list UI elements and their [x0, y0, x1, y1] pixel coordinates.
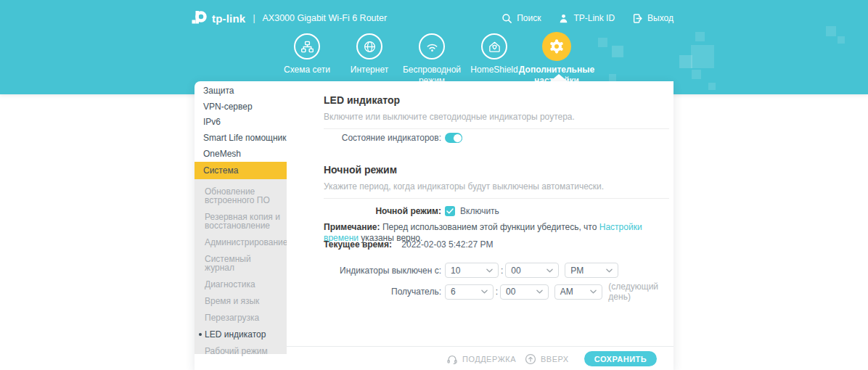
next-day-suffix: (следующий день) [608, 281, 673, 302]
night-mode-title: Ночной режим [324, 164, 397, 176]
on-minute-select[interactable]: 00 [500, 284, 549, 300]
router-model: AX3000 Gigabit Wi-Fi 6 Router [263, 13, 388, 23]
night-mode-row: Ночной режим: Включить [324, 206, 673, 216]
deco-square [691, 45, 714, 68]
subitem-label: LED индикатор [205, 329, 266, 340]
led-status-toggle[interactable] [445, 133, 462, 143]
deco-square [692, 70, 701, 79]
led-on-at-row: Получатель: 6 : 00 AM (следующий день) [324, 281, 673, 302]
off-minute-select[interactable]: 00 [505, 263, 559, 278]
current-time-label: Текущее время: [324, 239, 392, 250]
note-label: Примечание: [324, 222, 380, 232]
select-value: 00 [511, 266, 520, 276]
off-ampm-select[interactable]: PM [565, 263, 618, 278]
deco-square [838, 36, 845, 44]
sidebar-menu: Защита VPN-сервер IPv6 Smart Life помощн… [195, 81, 287, 179]
deco-square [679, 55, 692, 68]
gear-icon [549, 38, 565, 54]
main-nav: Схема сети Интернет Беспроводной режим [190, 32, 673, 86]
off-hour-select[interactable]: 10 [445, 263, 499, 278]
search-button[interactable]: Поиск [501, 13, 541, 24]
led-status-row: Состояние индикаторов: [324, 133, 673, 143]
save-button[interactable]: СОХРАНИТЬ [584, 351, 657, 366]
led-off-from-row: Индикаторы выключен с: 10 : 00 PM [324, 263, 673, 278]
led-section-title: LED индикатор [324, 94, 400, 106]
sidebar-item-smart-life[interactable]: Smart Life помощник [195, 130, 287, 146]
logout-icon [632, 13, 643, 24]
scroll-top-label: ВВЕРХ [541, 355, 569, 363]
tplink-id-button[interactable]: TP-Link ID [558, 13, 615, 24]
select-value: PM [570, 266, 584, 276]
headset-icon [446, 353, 458, 365]
top-banner: tp-link | AX3000 Gigabit Wi-Fi 6 Router … [0, 0, 868, 94]
note-text-before: Перед использованием этой функции убедит… [382, 222, 597, 232]
sidebar-item-vpn-server[interactable]: VPN-сервер [195, 99, 287, 115]
subitem-reboot[interactable]: Перезагрузка [195, 310, 287, 326]
deco-square [826, 26, 836, 36]
sidebar-item-security[interactable]: Защита [195, 83, 287, 99]
toggle-knob [453, 133, 462, 143]
led-off-from-label: Индикаторы выключен с: [324, 266, 441, 276]
header-divider: | [253, 13, 255, 23]
active-item-bullet [199, 333, 202, 336]
tp-link-logo [190, 10, 209, 26]
action-bar: ПОДДЕРЖКА ВВЕРХ СОХРАНИТЬ [287, 346, 673, 370]
time-colon: : [501, 266, 503, 276]
user-icon [558, 13, 569, 24]
check-icon [446, 208, 454, 214]
current-time-value: 2022-02-03 5:42:27 PM [401, 239, 493, 250]
sidebar-item-ipv6[interactable]: IPv6 [195, 115, 287, 131]
chevron-down-icon [606, 268, 613, 273]
subitem-administration[interactable]: Администрирование [195, 234, 287, 251]
select-value: 00 [506, 287, 515, 297]
tab-network-map[interactable]: Схема сети [276, 32, 338, 86]
settings-panel: Защита VPN-сервер IPv6 Smart Life помощн… [195, 81, 673, 370]
subitem-system-log[interactable]: Системный журнал [195, 251, 287, 276]
led-section-description: Включите или выключите светодиодные инди… [324, 112, 669, 129]
brand-name: tp-link [212, 12, 245, 25]
homeshield-icon [488, 40, 501, 54]
chevron-down-icon [590, 289, 597, 294]
deco-square [695, 32, 705, 41]
sidebar-item-system[interactable]: Система [195, 162, 287, 179]
globe-icon [363, 40, 377, 54]
subitem-backup-restore[interactable]: Резервная копия и восстановление [195, 209, 287, 234]
deco-square [708, 83, 716, 90]
system-submenu: Обновление встроенного ПО Резервная копи… [195, 179, 287, 354]
time-colon: : [496, 287, 498, 297]
logout-label: Выход [647, 13, 673, 23]
subitem-firmware-update[interactable]: Обновление встроенного ПО [195, 184, 287, 209]
subitem-time-language[interactable]: Время и язык [195, 293, 287, 310]
search-icon [501, 13, 512, 24]
led-status-label: Состояние индикаторов: [324, 133, 441, 143]
current-time-line: Текущее время: 2022-02-03 5:42:27 PM [324, 239, 673, 250]
support-button[interactable]: ПОДДЕРЖКА [446, 353, 516, 365]
chevron-down-icon [546, 268, 553, 273]
sidebar: Защита VPN-сервер IPv6 Smart Life помощн… [195, 81, 287, 370]
enable-label: Включить [460, 206, 499, 216]
subitem-led-indicator[interactable]: LED индикатор [195, 326, 287, 343]
tplink-id-label: TP-Link ID [573, 13, 615, 23]
header-actions: Поиск TP-Link ID Выход [501, 13, 673, 24]
logout-button[interactable]: Выход [632, 13, 673, 24]
select-value: AM [560, 287, 573, 297]
on-hour-select[interactable]: 6 [445, 284, 494, 300]
night-mode-checkbox[interactable] [445, 206, 455, 216]
on-ampm-select[interactable]: AM [554, 284, 603, 300]
header: tp-link | AX3000 Gigabit Wi-Fi 6 Router … [190, 9, 673, 27]
search-label: Поиск [517, 13, 541, 23]
chevron-down-icon [486, 268, 493, 273]
scroll-top-button[interactable]: ВВЕРХ [525, 353, 569, 365]
chevron-down-icon [481, 289, 488, 294]
network-map-icon [300, 40, 314, 54]
arrow-up-circle-icon [525, 353, 536, 365]
subitem-diagnostics[interactable]: Диагностика [195, 276, 287, 293]
sidebar-item-onemesh[interactable]: OneMesh [195, 146, 287, 162]
select-value: 10 [451, 266, 460, 276]
chevron-down-icon [536, 289, 543, 294]
router-admin-screen: tp-link | AX3000 Gigabit Wi-Fi 6 Router … [0, 0, 868, 370]
support-label: ПОДДЕРЖКА [462, 355, 516, 363]
night-mode-label: Ночной режим: [324, 206, 441, 216]
subitem-operation-mode[interactable]: Рабочий режим [195, 343, 287, 360]
tab-wireless[interactable]: Беспроводной режим [401, 32, 463, 86]
